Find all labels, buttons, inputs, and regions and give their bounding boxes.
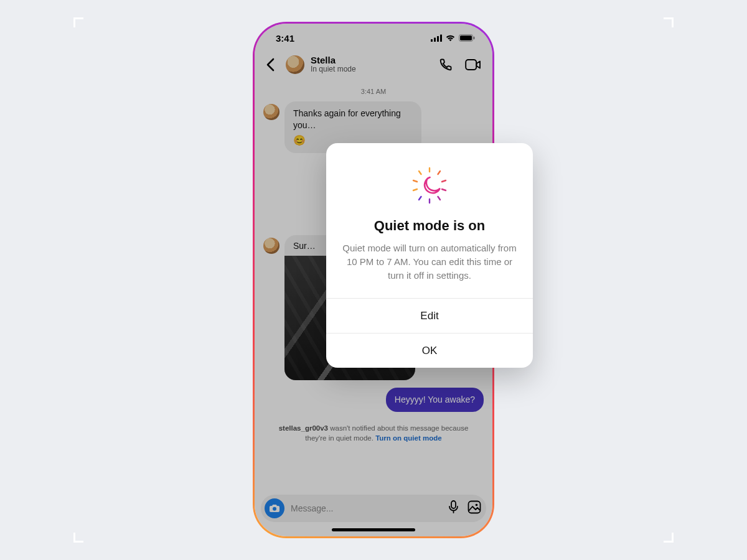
message-bubble-outgoing[interactable]: Heyyyy! You awake? [386, 388, 484, 412]
video-icon [465, 58, 481, 72]
frame-corner [664, 17, 674, 27]
svg-point-11 [476, 504, 478, 506]
camera-icon [269, 503, 280, 513]
svg-rect-5 [460, 35, 472, 40]
phone-icon [438, 57, 453, 72]
dialog-description: Quiet mode will turn on automatically fr… [342, 241, 517, 282]
chat-header-text[interactable]: Stella In quiet mode [311, 55, 431, 74]
svg-rect-3 [440, 35, 442, 42]
svg-line-20 [413, 180, 417, 182]
contact-status: In quiet mode [311, 65, 431, 74]
status-bar: 3:41 [255, 24, 492, 52]
image-icon [467, 500, 481, 514]
svg-rect-6 [474, 37, 475, 39]
svg-line-16 [438, 197, 441, 200]
svg-rect-9 [451, 501, 456, 508]
audio-call-button[interactable] [438, 57, 454, 73]
svg-rect-10 [469, 502, 481, 513]
video-call-button[interactable] [465, 57, 481, 73]
wifi-icon [445, 34, 456, 42]
moon-icon [410, 166, 449, 205]
microphone-icon [448, 500, 459, 514]
edit-button[interactable]: Edit [326, 298, 533, 333]
quiet-mode-dialog: Quiet mode is on Quiet mode will turn on… [326, 143, 533, 368]
status-time: 3:41 [276, 33, 294, 44]
svg-rect-1 [434, 38, 436, 42]
chevron-left-icon [266, 58, 275, 72]
ok-button[interactable]: OK [326, 333, 533, 368]
message-composer: Message... [261, 495, 486, 522]
svg-rect-2 [437, 36, 439, 42]
contact-name: Stella [311, 55, 431, 65]
avatar[interactable] [263, 104, 280, 120]
svg-line-14 [442, 180, 446, 182]
svg-line-13 [438, 171, 441, 174]
quiet-mode-notice: stellas_gr00v3 wasn't notified about thi… [263, 419, 484, 449]
svg-rect-7 [466, 60, 476, 70]
message-input[interactable]: Message... [291, 503, 442, 513]
cellular-signal-icon [431, 34, 442, 42]
status-indicators [431, 34, 475, 42]
back-button[interactable] [261, 55, 280, 74]
notice-username: stellas_gr00v3 [279, 424, 328, 432]
chat-timestamp: 3:41 AM [263, 88, 484, 95]
svg-line-18 [419, 197, 421, 200]
svg-line-15 [442, 189, 446, 190]
camera-button[interactable] [265, 498, 284, 518]
home-indicator [332, 528, 415, 531]
message-row-outgoing: Heyyyy! You awake? [263, 388, 484, 412]
svg-line-21 [419, 171, 421, 174]
svg-point-8 [273, 507, 276, 511]
frame-corner [73, 533, 83, 543]
frame-corner [73, 17, 83, 27]
gallery-button[interactable] [467, 500, 481, 516]
avatar[interactable] [286, 55, 304, 74]
frame-corner [664, 533, 674, 543]
avatar[interactable] [263, 238, 280, 254]
svg-line-19 [413, 189, 417, 190]
turn-on-quiet-mode-link[interactable]: Turn on quiet mode [375, 434, 441, 442]
battery-icon [459, 34, 475, 42]
svg-rect-0 [431, 39, 433, 42]
dialog-title: Quiet mode is on [342, 218, 517, 234]
chat-header: Stella In quiet mode [255, 52, 492, 80]
microphone-button[interactable] [448, 500, 459, 516]
